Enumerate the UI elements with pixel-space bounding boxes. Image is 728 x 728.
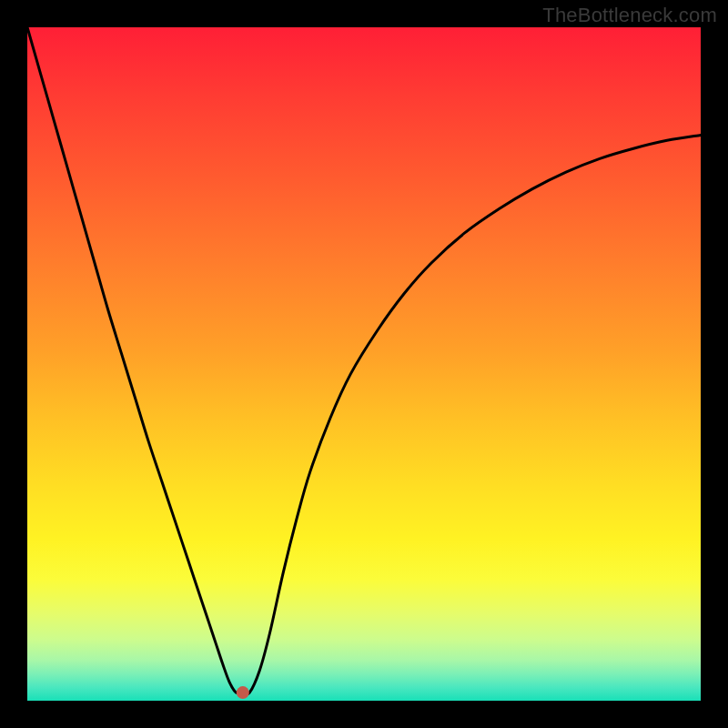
chart-frame: TheBottleneck.com	[0, 0, 728, 728]
watermark-text: TheBottleneck.com	[542, 4, 717, 27]
curve-svg	[27, 27, 701, 701]
minimum-marker	[237, 686, 249, 699]
bottleneck-curve	[27, 27, 701, 694]
